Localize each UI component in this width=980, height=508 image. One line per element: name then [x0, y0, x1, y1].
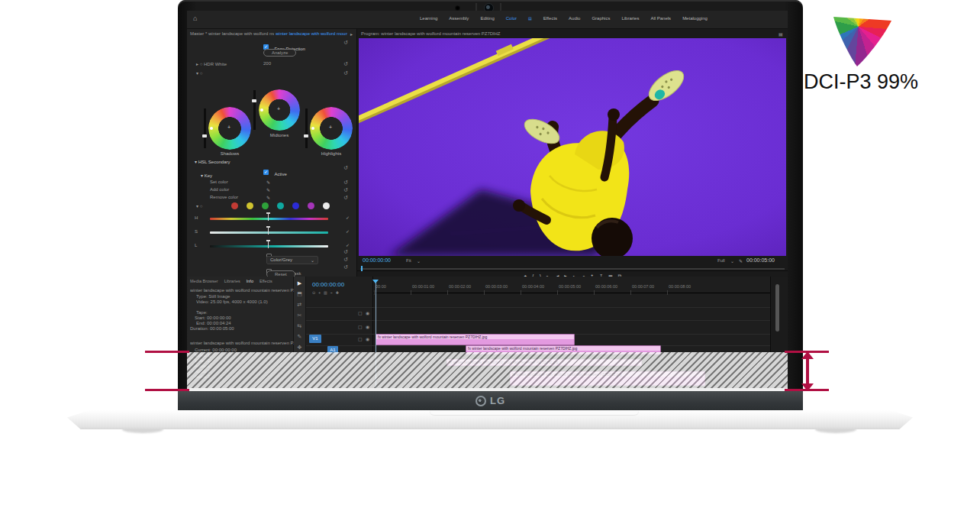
reset-effect-icon[interactable]: ↺: [343, 40, 348, 46]
swatch-blue[interactable]: [292, 202, 299, 209]
program-playhead[interactable]: [361, 266, 363, 271]
tab-all-panels[interactable]: All Panels: [650, 16, 671, 21]
hue-check-icon[interactable]: ✓: [346, 215, 350, 220]
hue-handle[interactable]: [268, 214, 269, 221]
fx-toggle-icon[interactable]: ○: [200, 62, 203, 66]
reset-hdr-icon[interactable]: ↺: [343, 61, 348, 67]
track-select-tool-icon[interactable]: ⬒: [297, 291, 302, 297]
hand-tool-icon[interactable]: ✥: [298, 345, 302, 351]
program-scrubber[interactable]: [357, 265, 788, 271]
playhead-marker-icon[interactable]: [372, 280, 379, 283]
home-icon[interactable]: ⌂: [193, 15, 197, 22]
midtones-wheel-handle[interactable]: [260, 108, 263, 112]
shadows-luma-slider[interactable]: [204, 108, 206, 148]
swatch-purple[interactable]: [308, 202, 314, 209]
eye-icon[interactable]: ◉: [366, 310, 369, 315]
remove-color-eyedropper-icon[interactable]: ✎: [266, 195, 270, 200]
highlights-wheel-handle[interactable]: [311, 127, 314, 130]
pen-tool-icon[interactable]: ✎: [298, 334, 302, 340]
tab-color-active[interactable]: Color: [506, 16, 517, 21]
hdr-white-row[interactable]: ▸ ○ HDR White: [196, 61, 227, 66]
reset-show-mask-icon[interactable]: ↺: [343, 249, 348, 255]
workspace-overflow-icon[interactable]: ▤: [528, 16, 532, 21]
tab-media-browser[interactable]: Media Browser: [190, 279, 218, 283]
luma-handle[interactable]: [268, 241, 269, 248]
hue-slider[interactable]: [210, 218, 328, 220]
timeline-clip-v2[interactable]: fx winter landscape with wolford mountai…: [376, 334, 575, 345]
slip-tool-icon[interactable]: ⇆: [298, 323, 302, 329]
luma-check-icon[interactable]: ✓: [346, 242, 350, 248]
hsl-secondary-header[interactable]: ▾ HSL Secondary: [195, 159, 230, 164]
lock-icon[interactable]: ▢: [358, 336, 363, 341]
collapse-icon: ▾: [195, 160, 197, 164]
linked-selection-icon[interactable]: ⌖: [318, 290, 321, 296]
highlights-luma-handle[interactable]: [304, 134, 308, 138]
playback-resolution-dropdown[interactable]: Full: [717, 258, 725, 263]
swatch-red[interactable]: [231, 202, 238, 209]
tab-libraries[interactable]: Libraries: [621, 16, 639, 21]
add-color-eyedropper-icon[interactable]: ✎: [266, 187, 270, 193]
saturation-check-icon[interactable]: ✓: [346, 228, 350, 234]
tab-assembly[interactable]: Assembly: [449, 16, 469, 21]
set-color-eyedropper-icon[interactable]: ✎: [266, 180, 270, 185]
eye-icon[interactable]: ◉: [366, 324, 369, 329]
reset-invert-mask-icon[interactable]: ↺: [343, 264, 348, 270]
highlights-luma-slider[interactable]: [305, 108, 308, 148]
shadows-wheel-handle[interactable]: [210, 127, 213, 130]
tab-effects[interactable]: Effects: [543, 16, 557, 21]
tab-metalogging[interactable]: Metalogging: [682, 16, 708, 21]
panel-menu-icon[interactable]: ▤: [779, 31, 783, 37]
reset-add-color-icon[interactable]: ↺: [343, 187, 348, 193]
lock-icon[interactable]: ▢: [358, 324, 363, 329]
markers-icon[interactable]: ▥: [324, 290, 327, 296]
midtones-luma-handle[interactable]: [252, 99, 256, 102]
reset-set-color-icon[interactable]: ↺: [343, 180, 348, 186]
tab-effects[interactable]: Effects: [260, 279, 272, 283]
key-header[interactable]: ▾ Key: [201, 173, 212, 178]
reset-section-icon[interactable]: ↺: [343, 70, 348, 76]
timeline-ruler[interactable]: 00:00 00:00:01:00 00:00:02:00 00:00:03:0…: [373, 281, 770, 293]
lumetri-clip-link[interactable]: winter landscape with wolford mounta...: [276, 31, 347, 36]
snap-icon[interactable]: ⊙: [312, 290, 315, 296]
swatch-teal[interactable]: [277, 202, 284, 209]
zoom-level-dropdown[interactable]: Fit: [406, 258, 411, 263]
razor-tool-icon[interactable]: ✂: [298, 312, 302, 319]
saturation-handle[interactable]: [268, 228, 269, 235]
tab-info-active[interactable]: Info: [247, 279, 253, 283]
panel-expand-icon[interactable]: ▸: [350, 31, 353, 37]
pen-icon[interactable]: ✎: [739, 258, 743, 264]
reset-remove-color-icon[interactable]: ↺: [343, 195, 348, 201]
reset-hsl-icon[interactable]: ↺: [343, 165, 348, 171]
mask-mode-dropdown[interactable]: Color/Grey ⌄: [266, 256, 318, 264]
swatch-section-toggle[interactable]: ▾ ○: [196, 203, 202, 209]
timeline-timecode[interactable]: 00:00:00:00: [312, 281, 344, 288]
tab-libraries[interactable]: Libraries: [224, 279, 240, 283]
selection-tool-icon[interactable]: ▶: [298, 280, 301, 286]
vertical-scrollbar[interactable]: [775, 284, 779, 332]
swatch-white[interactable]: [323, 202, 330, 209]
lock-icon[interactable]: ▢: [358, 310, 363, 315]
midtones-luma-slider[interactable]: [253, 90, 256, 130]
thin-bezel-hatch-overlay: [187, 352, 788, 388]
section-row[interactable]: ▾ ○: [196, 70, 202, 76]
swatch-green[interactable]: [262, 202, 269, 209]
settings-icon[interactable]: ⌁: [330, 290, 333, 296]
fx-toggle-icon[interactable]: ○: [200, 71, 203, 76]
ripple-edit-tool-icon[interactable]: ⇄: [298, 302, 302, 308]
program-current-timecode[interactable]: 00:00:00:00: [363, 257, 391, 263]
shadows-luma-handle[interactable]: [202, 134, 207, 138]
saturation-slider[interactable]: [210, 231, 328, 234]
tab-editing[interactable]: Editing: [480, 16, 494, 21]
luma-slider[interactable]: [210, 245, 328, 248]
reset-mask-mode-icon[interactable]: ↺: [343, 257, 348, 263]
hsl-active-checkbox[interactable]: ✓: [263, 170, 269, 175]
hdr-white-value[interactable]: 200: [263, 61, 271, 66]
tab-learning[interactable]: Learning: [420, 16, 437, 21]
tab-audio[interactable]: Audio: [569, 16, 580, 21]
track-badge-v1[interactable]: V1: [309, 335, 321, 343]
eye-icon[interactable]: ◉: [366, 336, 369, 341]
tab-graphics[interactable]: Graphics: [592, 16, 610, 21]
add-track-icon[interactable]: ✚: [336, 290, 339, 296]
analyze-button[interactable]: Analyze: [263, 49, 296, 57]
swatch-yellow[interactable]: [247, 202, 253, 209]
